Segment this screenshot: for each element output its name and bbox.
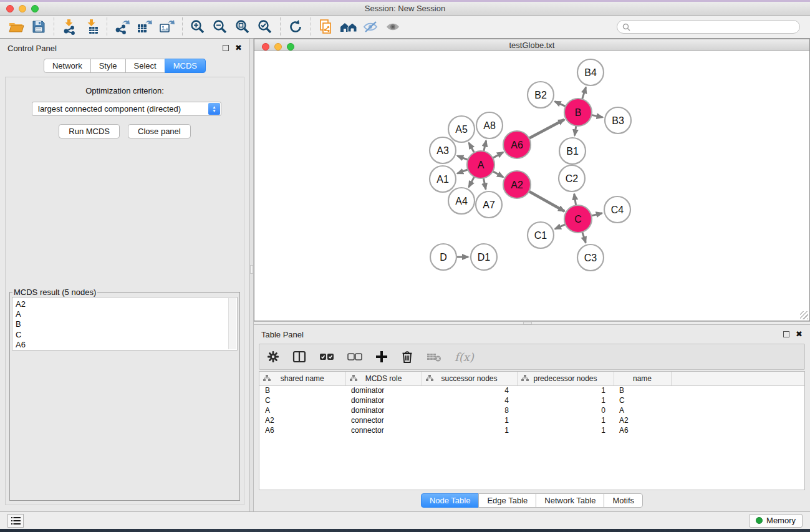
column-header-MCDS-role[interactable]: MCDS role (345, 372, 422, 385)
close-panel-icon[interactable]: ✖ (235, 45, 242, 51)
window-resize-grip[interactable] (800, 311, 808, 319)
edge-A-A6[interactable] (493, 152, 503, 158)
edge-A-A8[interactable] (484, 140, 486, 151)
zoom-in-icon (190, 19, 206, 35)
apply-layout-button[interactable] (284, 17, 307, 37)
zoom-window-button[interactable] (31, 5, 39, 12)
table-row[interactable]: Bdominator41B (259, 385, 804, 395)
splitter-grip[interactable] (250, 265, 253, 274)
tab-network-table[interactable]: Network Table (536, 493, 604, 508)
edge-C-C4[interactable] (591, 213, 602, 216)
tab-network[interactable]: Network (44, 59, 91, 73)
export-network-button[interactable] (111, 17, 133, 37)
search-field[interactable] (617, 20, 800, 34)
close-window-button[interactable] (6, 5, 14, 12)
hide-selected-button[interactable] (360, 17, 382, 37)
import-network-button[interactable] (58, 17, 80, 37)
tab-mcds[interactable]: MCDS (165, 59, 206, 73)
export-image-button[interactable] (156, 17, 178, 37)
tab-edge-table[interactable]: Edge Table (478, 493, 536, 508)
table-row[interactable]: Adominator80A (259, 405, 804, 415)
table-settings-button[interactable] (267, 351, 279, 363)
column-header-name[interactable]: name (614, 372, 671, 385)
result-item[interactable]: A (16, 309, 237, 319)
import-table-button[interactable] (80, 17, 103, 37)
splitter-grip[interactable] (523, 322, 532, 324)
show-column-panel-button[interactable] (292, 351, 306, 363)
edge-A2-C[interactable] (529, 191, 564, 211)
close-panel-button[interactable]: Close panel (128, 124, 191, 138)
control-panel-header: Control Panel ✖ (0, 39, 249, 57)
app-title: Session: New Session (365, 4, 445, 13)
column-header-shared-name[interactable]: shared name (259, 372, 345, 385)
zoom-selected-button[interactable] (254, 17, 276, 37)
zoom-fit-button[interactable] (231, 17, 254, 37)
edge-A6-B[interactable] (529, 120, 564, 138)
node-label-C2: C2 (566, 173, 579, 184)
toolbar-separator (107, 17, 107, 36)
edge-A-A2[interactable] (493, 172, 503, 177)
optimization-criterion-dropdown[interactable]: largest connected component (directed) ▲… (32, 102, 221, 116)
memory-button[interactable]: Memory (749, 514, 803, 528)
result-item[interactable]: A2 (16, 299, 237, 309)
edge-C-C3[interactable] (582, 232, 586, 243)
network-zoom-button[interactable] (287, 43, 294, 51)
edge-A-A1[interactable] (457, 170, 468, 173)
edge-B-B2[interactable] (555, 102, 566, 107)
float-panel-icon[interactable] (223, 45, 229, 51)
edge-C-C2[interactable] (574, 194, 576, 206)
result-item[interactable]: C (16, 330, 237, 340)
delete-table-button[interactable] (427, 351, 441, 362)
edge-A-A4[interactable] (469, 177, 475, 187)
column-header-predecessor-nodes[interactable]: predecessor nodes (517, 372, 614, 385)
result-item[interactable]: B (16, 319, 237, 329)
network-minimize-button[interactable] (274, 43, 282, 51)
network-close-button[interactable] (262, 43, 269, 51)
horizontal-splitter[interactable] (254, 321, 810, 325)
zoom-in-button[interactable] (186, 17, 209, 37)
tab-motifs[interactable]: Motifs (604, 493, 643, 508)
tab-select[interactable]: Select (125, 59, 165, 73)
zoom-out-button[interactable] (209, 17, 231, 37)
search-input[interactable] (634, 22, 794, 31)
add-column-button[interactable] (375, 351, 388, 363)
columns-icon (292, 351, 306, 363)
table-row[interactable]: A6connector11A6 (259, 425, 804, 435)
minimize-window-button[interactable] (19, 5, 26, 12)
edge-B-B1[interactable] (575, 126, 576, 135)
table-row[interactable]: Cdominator41C (259, 395, 804, 405)
result-item[interactable]: A6 (16, 340, 237, 350)
mcds-result-list[interactable]: A2ABCA6 (12, 297, 238, 351)
close-panel-icon[interactable]: ✖ (796, 331, 803, 337)
node-table-body: Bdominator41BCdominator41CAdominator80AA… (259, 385, 804, 435)
column-header-successor-nodes[interactable]: successor nodes (422, 372, 517, 385)
export-table-button[interactable] (133, 17, 156, 37)
run-mcds-button[interactable]: Run MCDS (59, 124, 120, 138)
task-history-button[interactable] (7, 514, 24, 528)
table-row[interactable]: A2connector11A2 (259, 415, 804, 425)
new-network-from-selection-button[interactable] (315, 17, 337, 37)
vertical-splitter[interactable] (249, 39, 254, 511)
network-canvas[interactable]: B4B2BB3A5A8A6A3B1AA1C2A2A4A7C4CC1C3DD1 (254, 51, 809, 321)
edge-A-A3[interactable] (457, 156, 468, 160)
control-panel-tabs: NetworkStyleSelectMCDS (0, 57, 249, 77)
delete-column-button[interactable] (401, 350, 413, 364)
open-file-button[interactable] (5, 17, 27, 37)
edge-A-A5[interactable] (469, 143, 475, 153)
apply-function-button[interactable]: f(x) (455, 351, 474, 364)
result-list-scrollbar[interactable] (228, 298, 236, 349)
save-session-button[interactable] (27, 17, 50, 37)
tab-node-table[interactable]: Node Table (421, 493, 480, 508)
table-panel-header: Table Panel ✖ (254, 325, 810, 344)
edge-C-C1[interactable] (555, 225, 566, 229)
edge-B-B3[interactable] (592, 115, 603, 117)
node-table[interactable]: shared nameMCDS rolesuccessor nodesprede… (259, 371, 805, 490)
edge-B-B4[interactable] (582, 87, 586, 99)
show-all-button[interactable] (382, 17, 405, 37)
float-panel-icon[interactable] (783, 331, 789, 337)
deselect-all-rows-button[interactable] (347, 352, 362, 361)
edge-A-A7[interactable] (483, 178, 486, 190)
select-all-rows-button[interactable] (319, 352, 334, 361)
tab-style[interactable]: Style (90, 59, 126, 73)
first-neighbors-button[interactable] (337, 17, 360, 37)
